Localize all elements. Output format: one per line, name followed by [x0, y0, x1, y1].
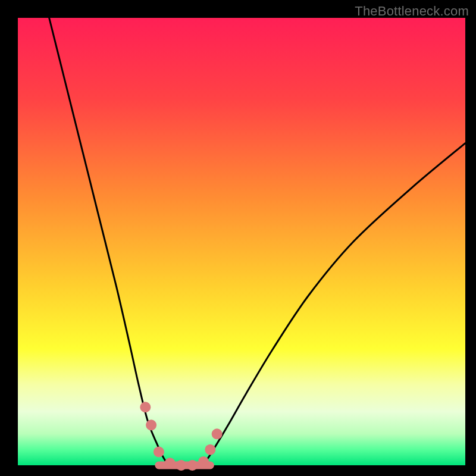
highlight-marker	[176, 460, 186, 471]
bottleneck-chart	[0, 0, 476, 476]
highlight-marker	[146, 419, 156, 430]
highlight-marker	[187, 460, 198, 471]
highlight-marker	[154, 446, 164, 457]
highlight-marker	[165, 458, 176, 468]
highlight-marker	[212, 428, 223, 439]
highlight-marker	[198, 456, 209, 467]
watermark-text: TheBottleneck.com	[355, 4, 469, 19]
chart-container: TheBottleneck.com	[0, 0, 476, 476]
highlight-marker	[205, 444, 215, 455]
highlight-marker	[140, 402, 151, 412]
plot-background	[18, 18, 465, 465]
